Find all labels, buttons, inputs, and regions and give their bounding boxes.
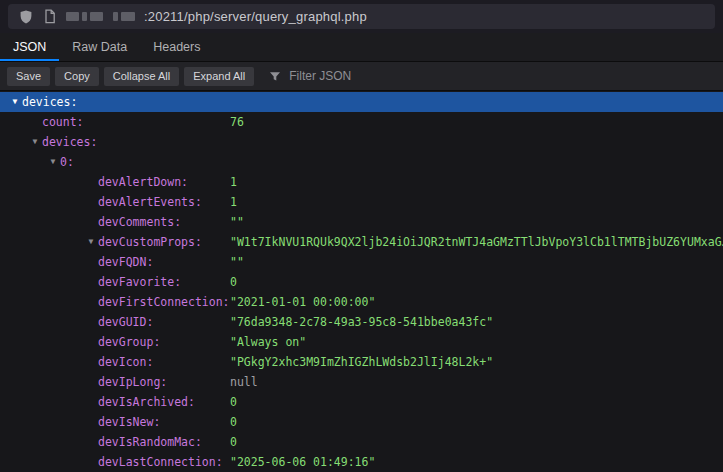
tree-row[interactable]: devFirstConnection:"2021-01-01 00:00:00"	[0, 292, 723, 312]
json-key: devAlertEvents:	[98, 192, 202, 212]
redacted-url-segment	[113, 12, 118, 21]
redacted-url-segment	[121, 12, 135, 21]
url-text: :20211/php/server/query_graphql.php	[144, 9, 367, 24]
tree-row[interactable]: ▼devices:	[0, 132, 723, 152]
tree-row[interactable]: ▼devices:	[0, 92, 723, 112]
save-button[interactable]: Save	[7, 67, 50, 86]
json-key: devGroup:	[98, 332, 160, 352]
json-key: devIsArchived:	[98, 392, 195, 412]
expand-all-button[interactable]: Expand All	[184, 67, 254, 86]
expander-icon[interactable]: ▼	[46, 152, 60, 172]
tree-row[interactable]: devIsRandomMac:0	[0, 432, 723, 452]
json-value: 0	[230, 272, 237, 292]
json-value: 76	[230, 112, 244, 132]
tree-row[interactable]: devAlertDown:1	[0, 172, 723, 192]
json-value: 1	[230, 192, 237, 212]
json-key: devCustomProps:	[98, 232, 202, 252]
json-value: "76da9348-2c78-49a3-95c8-541bbe0a43fc"	[230, 312, 493, 332]
json-key: devFirstConnection:	[98, 292, 230, 312]
json-value: "W1t7IkNVU1RQUk9QX2ljb24iOiJQR2tnWTJ4aGM…	[230, 232, 723, 252]
json-viewer-tabbar: JSON Raw Data Headers	[0, 33, 723, 62]
json-key: devAlertDown:	[98, 172, 188, 192]
browser-window: :20211/php/server/query_graphql.php JSON…	[0, 0, 723, 472]
tree-row[interactable]: devComments:""	[0, 212, 723, 232]
json-value: 0	[230, 412, 237, 432]
json-key: devIsRandomMac:	[98, 432, 202, 452]
tree-row[interactable]: devGUID:"76da9348-2c78-49a3-95c8-541bbe0…	[0, 312, 723, 332]
json-key: devComments:	[98, 212, 181, 232]
shield-icon[interactable]	[18, 9, 34, 25]
url-bar[interactable]: :20211/php/server/query_graphql.php	[8, 4, 715, 29]
filter-json-box	[269, 68, 716, 84]
copy-button[interactable]: Copy	[55, 67, 99, 86]
json-key: devices:	[42, 132, 97, 152]
tree-row[interactable]: ▼0:	[0, 152, 723, 172]
tree-row[interactable]: ▼devCustomProps:"W1t7IkNVU1RQUk9QX2ljb24…	[0, 232, 723, 252]
tree-row[interactable]: devIsNew:0	[0, 412, 723, 432]
redacted-url-segment	[90, 12, 103, 21]
tree-row[interactable]: devLastConnection:"2025-06-06 01:49:16"	[0, 452, 723, 472]
json-value: "PGkgY2xhc3M9ImZhIGZhLWdsb2JlIj48L2k+"	[230, 352, 493, 372]
json-toolbar: Save Copy Collapse All Expand All	[0, 62, 723, 91]
tree-row[interactable]: count:76	[0, 112, 723, 132]
json-value: 0	[230, 432, 237, 452]
filter-json-input[interactable]	[287, 68, 491, 84]
expander-icon[interactable]: ▼	[84, 232, 98, 252]
tree-row[interactable]: devIpLong:null	[0, 372, 723, 392]
json-value: 0	[230, 392, 237, 412]
tree-row[interactable]: devFavorite:0	[0, 272, 723, 292]
browser-chrome: :20211/php/server/query_graphql.php	[0, 0, 723, 33]
tab-headers[interactable]: Headers	[140, 33, 213, 61]
page-info-icon[interactable]	[43, 9, 57, 24]
json-tree: ▼devices:count:76▼devices:▼0:devAlertDow…	[0, 91, 723, 472]
tab-json-label: JSON	[13, 40, 46, 54]
tree-row[interactable]: devAlertEvents:1	[0, 192, 723, 212]
json-key: devices:	[22, 92, 77, 112]
json-value: "2021-01-01 00:00:00"	[230, 292, 375, 312]
json-value: ""	[230, 252, 244, 272]
tab-raw-data-label: Raw Data	[72, 40, 127, 54]
expander-icon[interactable]: ▼	[8, 92, 22, 112]
tree-row[interactable]: devFQDN:""	[0, 252, 723, 272]
collapse-all-button[interactable]: Collapse All	[104, 67, 179, 86]
tree-row[interactable]: devIsArchived:0	[0, 392, 723, 412]
tab-json[interactable]: JSON	[0, 33, 59, 61]
json-key: 0:	[60, 152, 74, 172]
json-key: count:	[42, 112, 84, 132]
redacted-url-host	[66, 12, 135, 21]
json-key: devFavorite:	[98, 272, 181, 292]
redacted-url-segment	[82, 12, 87, 21]
tab-raw-data[interactable]: Raw Data	[59, 33, 140, 61]
json-key: devGUID:	[98, 312, 153, 332]
json-key: devIcon:	[98, 352, 153, 372]
json-value: ""	[230, 212, 244, 232]
json-value: 1	[230, 172, 237, 192]
json-value: "Always on"	[230, 332, 306, 352]
tree-row[interactable]: devGroup:"Always on"	[0, 332, 723, 352]
tab-headers-label: Headers	[153, 40, 200, 54]
json-value: null	[230, 372, 258, 392]
json-key: devIsNew:	[98, 412, 160, 432]
json-key: devIpLong:	[98, 372, 167, 392]
tree-row[interactable]: devIcon:"PGkgY2xhc3M9ImZhIGZhLWdsb2JlIj4…	[0, 352, 723, 372]
json-value: "2025-06-06 01:49:16"	[230, 452, 375, 472]
json-key: devLastConnection:	[98, 452, 223, 472]
expander-icon[interactable]: ▼	[28, 132, 42, 152]
filter-funnel-icon	[269, 70, 281, 82]
json-key: devFQDN:	[98, 252, 153, 272]
redacted-url-segment	[66, 12, 79, 21]
